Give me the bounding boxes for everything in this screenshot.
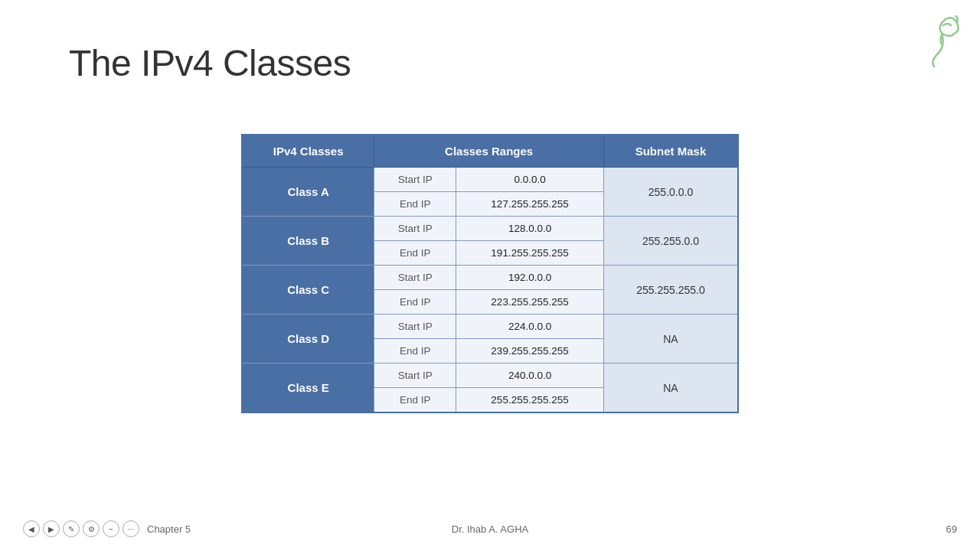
page-title: The IPv4 Classes — [69, 42, 351, 84]
class-a-start-value: 0.0.0.0 — [456, 168, 604, 192]
table-row: Class B Start IP 128.0.0.0 255.255.0.0 — [242, 217, 738, 241]
class-b-label: Class B — [242, 217, 374, 266]
class-a-end-value: 127.255.255.255 — [456, 192, 604, 217]
nav-more-button[interactable]: ··· — [122, 520, 139, 537]
class-c-end-label: End IP — [374, 290, 456, 315]
class-a-start-label: Start IP — [374, 168, 456, 192]
footer: ◀ ▶ ✎ ⚙ − ··· Chapter 5 Dr. Ihab A. AGHA… — [0, 520, 980, 537]
class-c-start-value: 192.0.0.0 — [456, 266, 604, 290]
class-c-end-value: 223.255.255.255 — [456, 290, 604, 315]
class-c-start-label: Start IP — [374, 266, 456, 290]
class-c-label: Class C — [242, 266, 374, 315]
class-d-start-label: Start IP — [374, 315, 456, 339]
table-row: Class E Start IP 240.0.0.0 NA — [242, 364, 738, 388]
class-d-start-value: 224.0.0.0 — [456, 315, 604, 339]
class-e-subnet: NA — [603, 364, 738, 413]
table-row: Class C Start IP 192.0.0.0 255.255.255.0 — [242, 266, 738, 290]
nav-edit-button[interactable]: ✎ — [63, 520, 80, 537]
nav-controls: ◀ ▶ ✎ ⚙ − ··· — [23, 520, 139, 537]
table-row: Class A Start IP 0.0.0.0 255.0.0.0 — [242, 168, 738, 192]
nav-settings-button[interactable]: ⚙ — [83, 520, 100, 537]
class-b-end-value: 191.255.255.255 — [456, 241, 604, 266]
class-b-end-label: End IP — [374, 241, 456, 266]
footer-chapter: Chapter 5 — [147, 523, 191, 535]
class-e-label: Class E — [242, 364, 374, 413]
footer-page-number: 69 — [946, 523, 957, 535]
nav-play-button[interactable]: ▶ — [43, 520, 60, 537]
nav-back-button[interactable]: ◀ — [23, 520, 40, 537]
footer-author: Dr. Ihab A. AGHA — [452, 523, 528, 535]
class-d-subnet: NA — [603, 315, 738, 364]
class-e-end-label: End IP — [374, 388, 456, 413]
class-a-label: Class A — [242, 168, 374, 217]
class-b-start-label: Start IP — [374, 217, 456, 241]
class-d-end-label: End IP — [374, 339, 456, 364]
col-header-ranges: Classes Ranges — [374, 135, 604, 168]
class-b-subnet: 255.255.0.0 — [603, 217, 738, 266]
class-c-subnet: 255.255.255.0 — [603, 266, 738, 315]
table-row: Class D Start IP 224.0.0.0 NA — [242, 315, 738, 339]
nav-zoom-button[interactable]: − — [103, 520, 119, 537]
class-d-end-value: 239.255.255.255 — [456, 339, 604, 364]
col-header-class: IPv4 Classes — [242, 135, 374, 168]
class-a-subnet: 255.0.0.0 — [603, 168, 738, 217]
class-e-start-value: 240.0.0.0 — [456, 364, 604, 388]
class-a-end-label: End IP — [374, 192, 456, 217]
class-b-start-value: 128.0.0.0 — [456, 217, 604, 241]
ipv4-classes-table: IPv4 Classes Classes Ranges Subnet Mask … — [241, 134, 739, 413]
slide: The IPv4 Classes IPv4 Classes Classes Ra… — [0, 0, 980, 551]
col-header-subnet: Subnet Mask — [603, 135, 738, 168]
class-e-end-value: 255.255.255.255 — [456, 388, 604, 413]
logo-icon — [903, 11, 965, 73]
class-d-label: Class D — [242, 315, 374, 364]
footer-left: ◀ ▶ ✎ ⚙ − ··· Chapter 5 — [23, 520, 191, 537]
class-e-start-label: Start IP — [374, 364, 456, 388]
